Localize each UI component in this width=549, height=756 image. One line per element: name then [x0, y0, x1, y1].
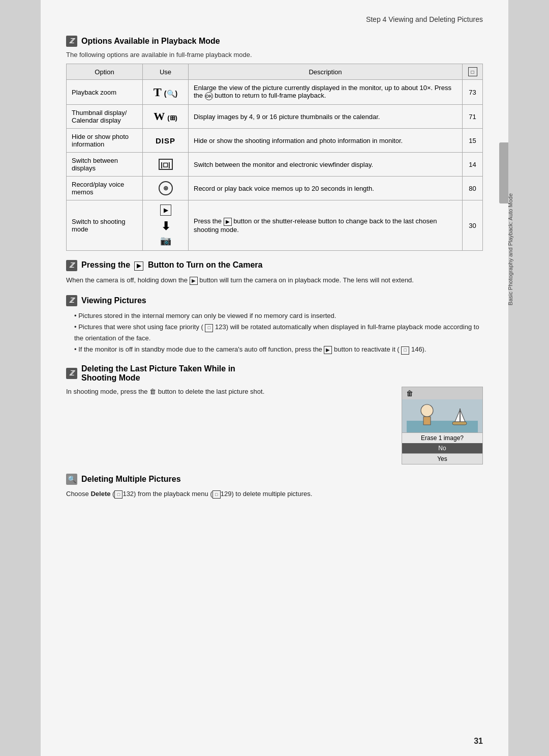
- del-text: In shooting mode, press the 🗑 button to …: [66, 387, 391, 402]
- row4-option: Switch between displays: [67, 153, 143, 177]
- row2-use: W (⊞): [143, 105, 189, 129]
- row2-ref: 71: [463, 105, 483, 129]
- erase-dialog: 🗑 Erase 1 ima: [402, 387, 483, 464]
- play-icon-body: ▶: [190, 277, 198, 285]
- th-ref: □: [463, 64, 483, 80]
- section2-title-text: Pressing the ▶ Button to Turn on the Cam…: [81, 260, 262, 271]
- section5-title: 🔍 Deleting Multiple Pictures: [66, 474, 483, 485]
- erase-dialog-label: Erase 1 image?: [402, 432, 482, 443]
- row6-desc: Press the ▶ button or the shutter-releas…: [189, 200, 463, 251]
- book-icon-inline2: □: [401, 346, 409, 355]
- section4-title-text: Deleting the Last Picture Taken While in…: [81, 364, 235, 383]
- trash-icon: 🗑: [406, 389, 413, 397]
- list-item: Pictures stored in the internal memory c…: [74, 310, 483, 322]
- svg-rect-3: [423, 417, 431, 425]
- play-icon-inline: ▶: [224, 218, 232, 226]
- play-icon: ▶: [160, 205, 171, 216]
- zoom-sub: (🔍): [164, 90, 177, 98]
- trash-inline: 🗑: [149, 388, 156, 395]
- row4-ref: 14: [463, 153, 483, 177]
- row5-use: ⊛: [143, 177, 189, 200]
- section1-icon: ℤ: [66, 36, 77, 47]
- section1-title: ℤ Options Available in Playback Mode: [66, 36, 483, 47]
- list-item: Pictures that were shot using face prior…: [74, 322, 483, 344]
- viewing-bullets: Pictures stored in the internal memory c…: [66, 310, 483, 355]
- page-header: Step 4 Viewing and Deleting Pictures: [66, 15, 483, 26]
- w-symbol: W: [154, 110, 165, 123]
- erase-image-svg: [407, 399, 478, 432]
- options-table: Option Use Description □ Playback zoom T…: [66, 64, 483, 251]
- row6-use: ▶ ⬇ 📷: [143, 200, 189, 251]
- book-icon-sec5b: □: [212, 490, 221, 499]
- section3-icon: ℤ: [66, 295, 77, 306]
- section1-subtitle: The following options are available in f…: [66, 51, 483, 59]
- erase-dialog-header: 🗑: [402, 387, 482, 399]
- row1-use: T (🔍): [143, 80, 189, 105]
- section4-icon: ℤ: [66, 368, 77, 379]
- row3-use: DISP: [143, 129, 189, 153]
- section5-title-text: Deleting Multiple Pictures: [81, 475, 181, 484]
- th-use: Use: [143, 64, 189, 80]
- table-row: Thumbnail display/Calendar display W (⊞)…: [67, 105, 483, 129]
- erase-no[interactable]: No: [402, 443, 482, 453]
- page-header-text: Step 4 Viewing and Deleting Pictures: [366, 15, 483, 23]
- thumbnail-sub: (⊞): [167, 114, 177, 122]
- row5-ref: 80: [463, 177, 483, 200]
- row1-option: Playback zoom: [67, 80, 143, 105]
- section2-icon: ℤ: [66, 260, 77, 271]
- svg-point-2: [421, 404, 433, 417]
- table-row: Playback zoom T (🔍) Enlarge the view of …: [67, 80, 483, 105]
- shoot-icons: ▶ ⬇ 📷: [148, 205, 183, 246]
- erase-dialog-image: [402, 399, 482, 432]
- sideways-label: Basic Photography and Playback: Auto Mod…: [507, 193, 513, 305]
- row3-option: Hide or show photo information: [67, 129, 143, 153]
- list-item: If the monitor is off in standby mode du…: [74, 344, 483, 355]
- play-icon-bullet: ▶: [324, 346, 332, 354]
- row1-ref: 73: [463, 80, 483, 105]
- section3-title-text: Viewing Pictures: [81, 296, 146, 305]
- book-icon-header: □: [468, 67, 477, 76]
- section2-title: ℤ Pressing the ▶ Button to Turn on the C…: [66, 260, 483, 271]
- row2-desc: Display images by 4, 9 or 16 picture thu…: [189, 105, 463, 129]
- del-section: In shooting mode, press the 🗑 button to …: [66, 387, 483, 464]
- section2-body: When the camera is off, holding down the…: [66, 275, 483, 286]
- svg-rect-5: [460, 409, 461, 422]
- svg-rect-6: [452, 422, 467, 425]
- ok-icon-inline: OK: [205, 92, 213, 100]
- monitor-symbol: |◻|: [159, 159, 173, 170]
- table-row: Switch between displays |◻| Switch betwe…: [67, 153, 483, 177]
- ok-circle-symbol: ⊛: [159, 181, 173, 195]
- section3-title: ℤ Viewing Pictures: [66, 295, 483, 306]
- down-arrow-icon: ⬇: [161, 220, 170, 233]
- row6-option: Switch to shooting mode: [67, 200, 143, 251]
- th-description: Description: [189, 64, 463, 80]
- page-number: 31: [474, 737, 483, 746]
- t-symbol: T: [154, 85, 162, 99]
- section5-icon: 🔍: [66, 474, 77, 485]
- section4-body: In shooting mode, press the 🗑 button to …: [66, 387, 391, 397]
- row4-desc: Switch between the monitor and electroni…: [189, 153, 463, 177]
- section4-title: ℤ Deleting the Last Picture Taken While …: [66, 364, 483, 383]
- row5-option: Record/play voice memos: [67, 177, 143, 200]
- erase-yes[interactable]: Yes: [402, 453, 482, 464]
- th-option: Option: [67, 64, 143, 80]
- row5-desc: Record or play back voice memos up to 20…: [189, 177, 463, 200]
- row1-desc: Enlarge the view of the picture currentl…: [189, 80, 463, 105]
- page: Step 4 Viewing and Deleting Pictures ℤ O…: [41, 0, 508, 756]
- row4-use: |◻|: [143, 153, 189, 177]
- svg-rect-1: [407, 421, 478, 432]
- row2-option: Thumbnail display/Calendar display: [67, 105, 143, 129]
- row3-desc: Hide or show the shooting information an…: [189, 129, 463, 153]
- camera-sketch-icon: 📷: [160, 235, 171, 246]
- section1-title-text: Options Available in Playback Mode: [81, 37, 220, 46]
- book-icon-sec5a: □: [114, 490, 123, 499]
- disp-symbol: DISP: [156, 136, 175, 145]
- row3-ref: 15: [463, 129, 483, 153]
- play-button-icon: ▶: [134, 261, 143, 271]
- row6-ref: 30: [463, 200, 483, 251]
- section5-body: Choose Delete (□132) from the playback m…: [66, 489, 483, 500]
- book-icon-inline: □: [205, 324, 213, 332]
- table-row: Record/play voice memos ⊛ Record or play…: [67, 177, 483, 200]
- table-row: Switch to shooting mode ▶ ⬇ 📷 Press the …: [67, 200, 483, 251]
- table-row: Hide or show photo information DISP Hide…: [67, 129, 483, 153]
